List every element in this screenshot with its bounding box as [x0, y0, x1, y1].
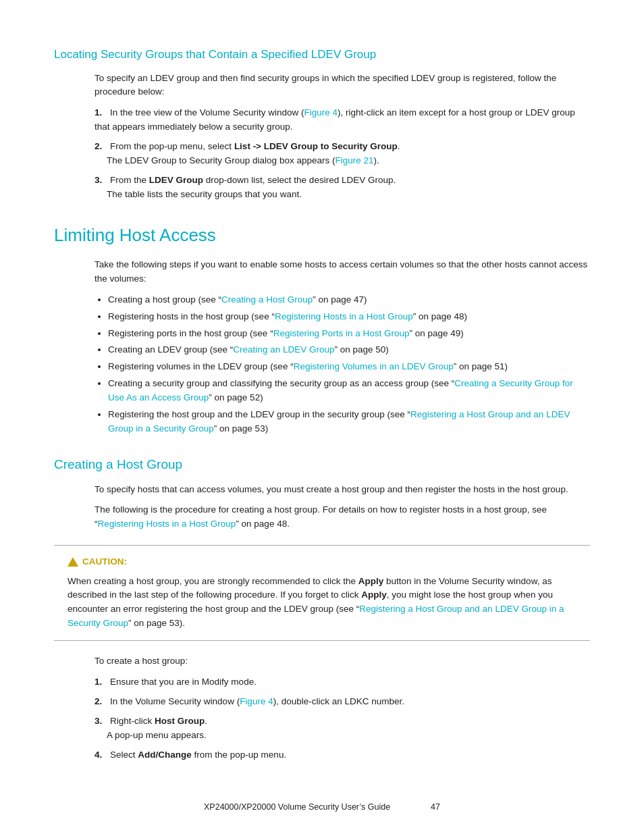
bullet5: Registering volumes in the LDEV group (s…	[108, 360, 590, 374]
bullet4: Creating an LDEV group (see “Creating an…	[108, 343, 590, 357]
footer-doc-title: XP24000/XP20000 Volume Security User’s G…	[204, 801, 390, 814]
create-step1-text: Ensure that you are in Modify mode.	[110, 677, 257, 687]
create-step2: 2. In the Volume Security window (Figure…	[95, 695, 590, 709]
footer-page-num: 47	[431, 801, 440, 814]
create-step2-num: 2.	[95, 696, 102, 706]
section2-intro: Take the following steps if you want to …	[95, 258, 590, 286]
section2-bullets: Creating a host group (see “Creating a H…	[108, 293, 590, 436]
bullet2: Registering hosts in the host group (see…	[108, 310, 590, 324]
section3-heading: Creating a Host Group	[54, 455, 590, 475]
caution-text: When creating a host group, you are stro…	[68, 575, 576, 631]
create-step3: 3. Right-click Host Group. A pop-up menu…	[95, 714, 590, 743]
create-step4-num: 4.	[95, 750, 102, 760]
section1-step2: 2. From the pop-up menu, select List -> …	[95, 140, 590, 168]
step2-bold: List -> LDEV Group to Security Group	[234, 141, 398, 151]
step2-text: From the pop-up menu, select List -> LDE…	[110, 141, 400, 151]
bullet7-link[interactable]: Registering a Host Group and an LDEV Gro…	[108, 409, 570, 434]
step3-bold: LDEV Group	[149, 175, 203, 185]
create-step3-text: Right-click Host Group.	[110, 716, 207, 726]
section3-para2: The following is the procedure for creat…	[95, 503, 590, 531]
step2-num: 2.	[95, 141, 102, 151]
section1-intro: To specify an LDEV group and then find s…	[95, 72, 590, 100]
caution-label: CAUTION:	[82, 555, 127, 569]
bullet4-link[interactable]: Creating an LDEV Group	[233, 344, 334, 355]
step1-link[interactable]: Figure 4	[304, 107, 338, 118]
create-step4: 4. Select Add/Change from the pop-up men…	[95, 748, 590, 762]
footer: XP24000/XP20000 Volume Security User’s G…	[0, 801, 644, 814]
create-step2-text: In the Volume Security window (Figure 4)…	[110, 696, 404, 706]
bullet3-link[interactable]: Registering Ports in a Host Group	[273, 328, 410, 338]
create-step3-subtext: A pop-up menu appears.	[107, 729, 590, 743]
caution-title: CAUTION:	[68, 555, 576, 569]
create-step4-text: Select Add/Change from the pop-up menu.	[110, 750, 286, 760]
create-step3-bold: Host Group	[155, 716, 205, 726]
caution-box: CAUTION: When creating a host group, you…	[54, 545, 590, 641]
step1-num: 1.	[95, 107, 102, 118]
bullet7: Registering the host group and the LDEV …	[108, 408, 590, 436]
bullet5-link[interactable]: Registering Volumes in an LDEV Group	[294, 361, 454, 371]
step1-text: In the tree view of the Volume Security …	[95, 107, 575, 132]
bullet3: Registering ports in the host group (see…	[108, 327, 590, 341]
step3-subtext: The table lists the security groups that…	[107, 188, 590, 202]
create-step3-num: 3.	[95, 716, 102, 726]
create-step1-num: 1.	[95, 677, 102, 687]
caution-link[interactable]: Registering a Host Group and an LDEV Gro…	[68, 604, 564, 628]
section2-heading: Limiting Host Access	[54, 222, 590, 249]
create-step2-link[interactable]: Figure 4	[240, 696, 273, 706]
bullet6: Creating a security group and classifyin…	[108, 377, 590, 405]
page: Locating Security Groups that Contain a …	[0, 0, 644, 834]
step2-sublink[interactable]: Figure 21	[335, 155, 373, 165]
step3-num: 3.	[95, 175, 102, 185]
bullet1-link[interactable]: Creating a Host Group	[221, 294, 313, 305]
caution-triangle-icon	[68, 557, 78, 567]
create-step4-bold: Add/Change	[138, 750, 192, 760]
section3-create-intro: To create a host group:	[95, 654, 590, 669]
bullet1: Creating a host group (see “Creating a H…	[108, 293, 590, 307]
caution-apply1: Apply	[358, 576, 384, 586]
caution-apply2: Apply	[361, 590, 387, 600]
step2-subtext: The LDEV Group to Security Group dialog …	[107, 154, 590, 168]
section3-para2-link[interactable]: Registering Hosts in a Host Group	[98, 519, 236, 529]
section1-steps: 1. In the tree view of the Volume Securi…	[95, 106, 590, 202]
step3-text: From the LDEV Group drop-down list, sele…	[110, 175, 396, 185]
section1-heading: Locating Security Groups that Contain a …	[54, 46, 590, 63]
section3-para1: To specify hosts that can access volumes…	[95, 483, 590, 497]
section1-step1: 1. In the tree view of the Volume Securi…	[95, 106, 590, 134]
create-step1: 1. Ensure that you are in Modify mode.	[95, 675, 590, 689]
bullet6-link[interactable]: Creating a Security Group for Use As an …	[108, 378, 573, 402]
section1-step3: 3. From the LDEV Group drop-down list, s…	[95, 174, 590, 202]
section3-steps: 1. Ensure that you are in Modify mode. 2…	[95, 675, 590, 762]
bullet2-link[interactable]: Registering Hosts in a Host Group	[275, 311, 413, 321]
